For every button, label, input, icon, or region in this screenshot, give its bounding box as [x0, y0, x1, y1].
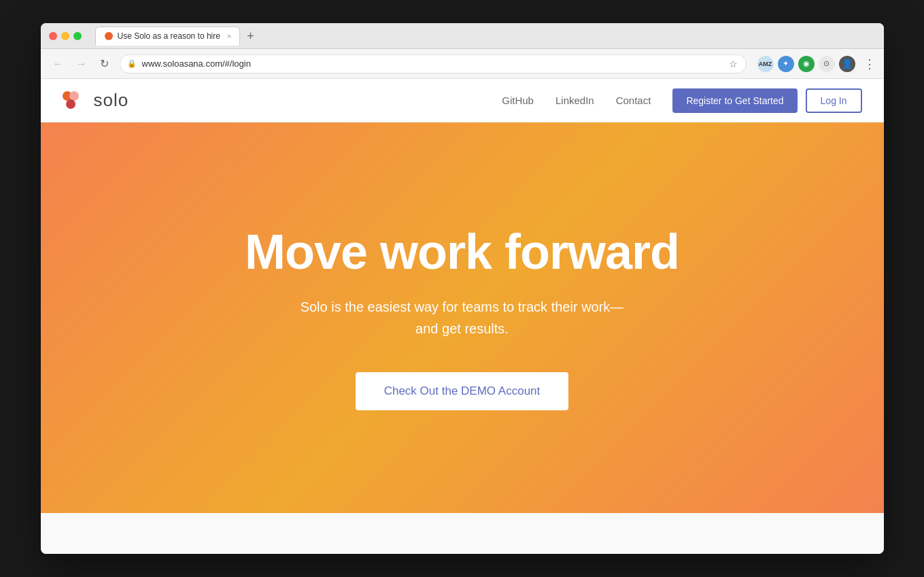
minimize-button[interactable]: [61, 32, 69, 40]
extension-icon-3[interactable]: ◉: [798, 56, 815, 72]
tab-favicon: [104, 31, 114, 41]
nav-buttons: ← → ↻: [49, 54, 114, 73]
register-button[interactable]: Register to Get Started: [672, 88, 797, 113]
tab-close-button[interactable]: ×: [227, 32, 231, 40]
nav-cta-buttons: Register to Get Started Log In: [672, 88, 861, 113]
site-logo[interactable]: solo: [63, 90, 129, 111]
login-button[interactable]: Log In: [806, 88, 862, 113]
site-footer: [41, 513, 884, 554]
maximize-button[interactable]: [73, 32, 82, 40]
traffic-lights: [49, 32, 82, 40]
new-tab-button[interactable]: +: [243, 30, 258, 42]
active-tab[interactable]: Use Solo as a reason to hire ×: [95, 27, 241, 46]
extension-icon-4[interactable]: ⊙: [819, 56, 835, 72]
logo-circle-dark-red: [66, 99, 75, 109]
page-content: solo GitHub LinkedIn Contact Register to…: [41, 79, 884, 554]
back-button[interactable]: ←: [49, 54, 68, 73]
toolbar-icons: AMZ ✦ ◉ ⊙ 👤: [757, 56, 855, 72]
address-bar: ← → ↻ 🔒 www.soloasana.com/#/login ☆ AMZ …: [41, 49, 884, 79]
title-bar: Use Solo as a reason to hire × +: [41, 23, 884, 49]
extension-icon-1[interactable]: AMZ: [757, 56, 774, 72]
extension-icon-2[interactable]: ✦: [778, 56, 794, 72]
logo-icon: [63, 91, 87, 110]
url-text: www.soloasana.com/#/login: [142, 59, 251, 69]
browser-menu-button[interactable]: ⋮: [863, 56, 876, 71]
hero-section: Move work forward Solo is the easiest wa…: [41, 122, 884, 513]
user-avatar-icon[interactable]: 👤: [839, 56, 855, 72]
bookmark-star-icon[interactable]: ☆: [729, 59, 738, 69]
nav-link-github[interactable]: GitHub: [502, 95, 534, 106]
browser-window: Use Solo as a reason to hire × + ← → ↻ 🔒…: [41, 23, 884, 554]
favicon-icon: [105, 32, 113, 40]
demo-button[interactable]: Check Out the DEMO Account: [356, 372, 569, 410]
tab-title: Use Solo as a reason to hire: [118, 31, 220, 41]
nav-link-contact[interactable]: Contact: [616, 95, 651, 106]
refresh-button[interactable]: ↻: [95, 54, 114, 73]
nav-link-linkedin[interactable]: LinkedIn: [555, 95, 594, 106]
url-bar[interactable]: 🔒 www.soloasana.com/#/login ☆: [120, 54, 747, 73]
forward-button[interactable]: →: [72, 54, 91, 73]
close-button[interactable]: [49, 32, 57, 40]
lock-icon: 🔒: [127, 59, 137, 68]
logo-text: solo: [94, 90, 129, 111]
hero-title: Move work forward: [245, 225, 679, 279]
nav-links: GitHub LinkedIn Contact: [502, 95, 651, 106]
hero-subtitle: Solo is the easiest way for teams to tra…: [301, 296, 624, 340]
site-nav: solo GitHub LinkedIn Contact Register to…: [41, 79, 884, 122]
tab-area: Use Solo as a reason to hire × +: [95, 27, 258, 46]
